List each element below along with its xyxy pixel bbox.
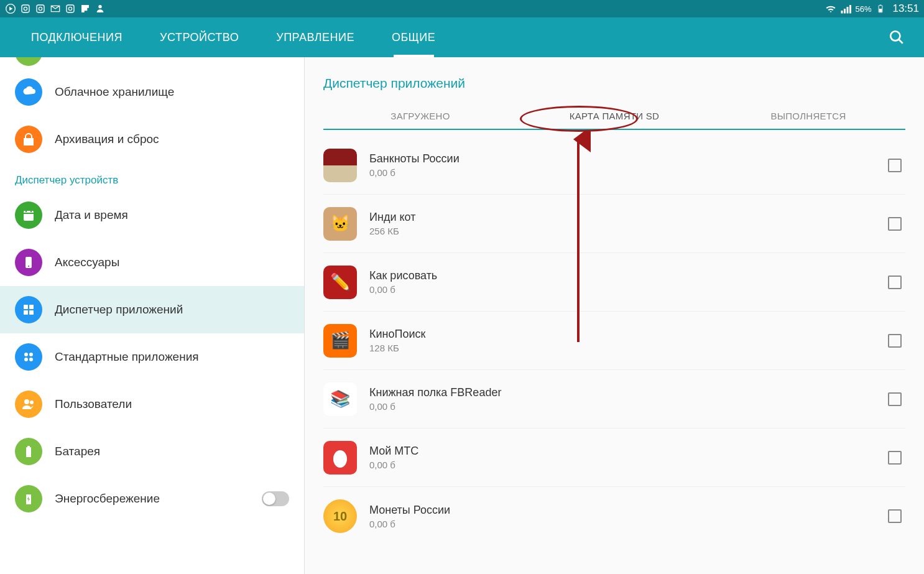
app-row[interactable]: 🐱 Инди кот256 КБ (323, 195, 905, 253)
svg-point-2 (24, 7, 27, 10)
app-icon-banknotes (323, 149, 357, 182)
app-checkbox[interactable] (888, 275, 902, 289)
sidebar-item-cloud[interactable]: Облачное хранилище (0, 68, 304, 116)
app-row[interactable]: Мой МТС0,00 б (323, 428, 905, 487)
status-bar: 56% 13:51 (0, 0, 924, 17)
instagram-icon (20, 3, 31, 14)
subtab-sdcard[interactable]: КАРТА ПАМЯТИ SD (517, 103, 711, 129)
sidebar-item-datetime[interactable]: Дата и время (0, 192, 304, 239)
app-row[interactable]: 📚 Книжная полка FBReader0,00 б (323, 370, 905, 428)
partial-item-top (0, 57, 304, 68)
sidebar-item-app-manager[interactable]: Диспетчер приложений (0, 286, 304, 333)
app-name: КиноПоиск (369, 328, 888, 341)
app-size: 0,00 б (369, 401, 888, 412)
search-icon (889, 29, 905, 45)
app-size: 256 КБ (369, 226, 888, 236)
svg-point-21 (24, 358, 28, 361)
svg-point-4 (39, 7, 42, 10)
sidebar-item-backup[interactable]: Архивация и сброс (0, 116, 304, 163)
app-checkbox[interactable] (888, 509, 902, 523)
main-panel: Диспетчер приложений ЗАГРУЖЕНО КАРТА ПАМ… (305, 57, 924, 574)
svg-point-20 (29, 353, 33, 356)
sidebar-item-battery[interactable]: Батарея (0, 428, 304, 475)
app-checkbox[interactable] (888, 334, 902, 348)
tab-connections[interactable]: ПОДКЛЮЧЕНИЯ (12, 17, 141, 57)
sidebar-label: Энергосбережение (55, 492, 160, 506)
power-saving-icon (15, 485, 42, 512)
battery-percent: 56% (855, 4, 871, 14)
sidebar-item-default-apps[interactable]: Стандартные приложения (0, 333, 304, 381)
subtabs: ЗАГРУЖЕНО КАРТА ПАМЯТИ SD ВЫПОЛНЯЕТСЯ (323, 103, 905, 130)
app-list[interactable]: Банкноты России0,00 б 🐱 Инди кот256 КБ ✏… (323, 130, 905, 545)
app-name: Инди кот (369, 211, 888, 224)
backup-icon (15, 126, 42, 153)
app-row[interactable]: Банкноты России0,00 б (323, 136, 905, 195)
sidebar-label: Стандартные приложения (55, 350, 199, 364)
svg-rect-15 (24, 305, 28, 309)
sidebar-item-power-saving[interactable]: Энергосбережение (0, 475, 304, 522)
sidebar-label: Батарея (55, 445, 100, 458)
svg-rect-16 (29, 305, 34, 309)
sidebar-label: Аксессуары (55, 256, 119, 269)
svg-rect-17 (24, 310, 28, 315)
signal-icon (840, 3, 851, 14)
subtab-running[interactable]: ВЫПОЛНЯЕТСЯ (711, 103, 905, 129)
app-icon-kinopoisk: 🎬 (323, 324, 357, 358)
sidebar-item-accessories[interactable]: Аксессуары (0, 239, 304, 286)
svg-point-24 (30, 400, 34, 404)
app-icon-indycat: 🐱 (323, 207, 357, 241)
app-checkbox[interactable] (888, 159, 902, 172)
calendar-icon (15, 201, 42, 229)
app-size: 0,00 б (369, 284, 888, 295)
accessories-icon (15, 249, 42, 276)
app-icon-coins: 10 (323, 499, 357, 533)
sidebar-label: Архивация и сброс (55, 132, 159, 146)
sidebar[interactable]: Облачное хранилище Архивация и сброс Дис… (0, 57, 305, 574)
battery-menu-icon (15, 438, 42, 465)
power-saving-toggle[interactable] (262, 491, 289, 506)
svg-point-19 (24, 353, 28, 356)
svg-point-22 (29, 358, 33, 361)
app-checkbox[interactable] (888, 392, 902, 406)
svg-point-7 (98, 5, 101, 8)
mail-icon (50, 3, 61, 14)
app-row[interactable]: 10 Монеты России0,00 б (323, 487, 905, 545)
svg-rect-5 (67, 5, 74, 12)
flipboard-icon (80, 3, 91, 14)
app-size: 128 КБ (369, 343, 888, 353)
users-icon (15, 391, 42, 418)
app-checkbox[interactable] (888, 451, 902, 465)
main-title: Диспетчер приложений (323, 57, 905, 103)
app-row[interactable]: ✏️ Как рисовать0,00 б (323, 253, 905, 312)
svg-point-23 (24, 399, 29, 404)
app-row[interactable]: 🎬 КиноПоиск128 КБ (323, 312, 905, 370)
svg-rect-1 (22, 5, 29, 12)
svg-point-11 (890, 31, 900, 40)
app-checkbox[interactable] (888, 217, 902, 231)
app-icon-draw: ✏️ (323, 266, 357, 299)
tab-controls[interactable]: УПРАВЛЕНИЕ (257, 17, 373, 57)
tab-general[interactable]: ОБЩИЕ (373, 17, 454, 57)
app-size: 0,00 б (369, 167, 888, 178)
app-name: Банкноты России (369, 152, 888, 165)
app-icon-mts (323, 441, 357, 474)
sidebar-item-users[interactable]: Пользователи (0, 381, 304, 428)
tab-device[interactable]: УСТРОЙСТВО (141, 17, 257, 57)
app-size: 0,00 б (369, 460, 888, 470)
sidebar-label: Пользователи (55, 397, 132, 411)
default-apps-icon (15, 343, 42, 371)
sidebar-label: Дата и время (55, 208, 128, 222)
app-icon-fbreader: 📚 (323, 382, 357, 416)
svg-rect-9 (879, 9, 882, 12)
search-button[interactable] (882, 22, 912, 52)
svg-point-29 (333, 450, 347, 468)
instagram-icon-2 (35, 3, 46, 14)
subtab-downloaded[interactable]: ЗАГРУЖЕНО (323, 103, 517, 129)
instagram-icon-3 (65, 3, 76, 14)
clock-time: 13:51 (892, 2, 919, 15)
battery-icon (875, 3, 886, 14)
app-name: Как рисовать (369, 269, 888, 282)
category-device-manager: Диспетчер устройств (0, 163, 304, 192)
svg-rect-18 (29, 310, 34, 315)
tabs-bar: ПОДКЛЮЧЕНИЯ УСТРОЙСТВО УПРАВЛЕНИЕ ОБЩИЕ (0, 17, 924, 57)
